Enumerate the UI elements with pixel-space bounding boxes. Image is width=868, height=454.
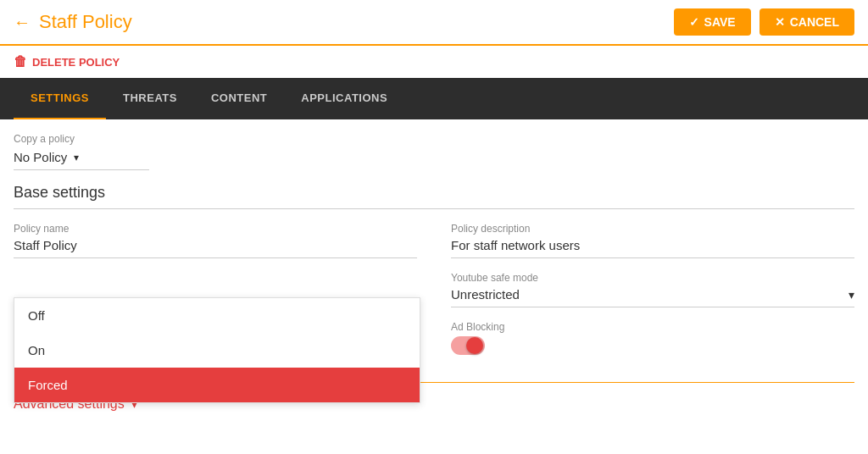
trash-icon: 🗑 (14, 54, 27, 69)
header: ← Staff Policy ✓ SAVE ✕ CANCEL (0, 0, 868, 46)
policy-name-label: Policy name (14, 223, 417, 235)
copy-policy-label: Copy a policy (14, 133, 854, 145)
ad-blocking-toggle[interactable] (451, 336, 485, 355)
header-buttons: ✓ SAVE ✕ CANCEL (674, 8, 854, 36)
copy-policy-select[interactable]: No Policy ▾ (14, 150, 149, 170)
ad-blocking-label: Ad Blocking (451, 321, 854, 333)
main-content: Copy a policy No Policy ▾ Base settings … (0, 119, 868, 425)
delete-policy-button[interactable]: 🗑 DELETE POLICY (14, 54, 120, 69)
policy-description-value: For staff network users (451, 238, 854, 258)
youtube-safe-mode-value: Unrestricted (451, 287, 520, 302)
tab-threats[interactable]: THREATS (106, 78, 194, 119)
base-settings-heading: Base settings (14, 184, 854, 202)
check-icon: ✓ (689, 15, 699, 29)
back-icon[interactable]: ← (14, 13, 31, 32)
toggle-track (451, 336, 485, 355)
save-button[interactable]: ✓ SAVE (674, 8, 751, 36)
page-title: Staff Policy (39, 11, 132, 33)
tab-content[interactable]: CONTENT (194, 78, 284, 119)
x-icon: ✕ (775, 15, 785, 29)
copy-policy-section: Copy a policy No Policy ▾ (14, 133, 854, 170)
cancel-label: CANCEL (790, 15, 839, 29)
chevron-down-icon: ▾ (74, 152, 79, 163)
dropdown-item-off[interactable]: Off (14, 298, 420, 333)
save-label: SAVE (704, 15, 736, 29)
delete-policy-row: 🗑 DELETE POLICY (0, 46, 868, 78)
dropdown-item-forced[interactable]: Forced (14, 368, 420, 402)
cancel-button[interactable]: ✕ CANCEL (760, 8, 854, 36)
dropdown-menu: Off On Forced (14, 297, 420, 403)
youtube-chevron-down-icon: ▾ (849, 288, 854, 302)
header-left: ← Staff Policy (14, 11, 132, 33)
copy-policy-value: No Policy (14, 150, 67, 164)
base-settings-columns: Policy name Staff Policy Off On Forced P… (14, 223, 854, 368)
youtube-safe-mode-label: Youtube safe mode (451, 272, 854, 284)
tab-applications[interactable]: APPLICATIONS (284, 78, 404, 119)
youtube-safe-mode-select[interactable]: Unrestricted ▾ (451, 287, 854, 307)
delete-policy-label: DELETE POLICY (32, 56, 120, 69)
ad-blocking-toggle-row (451, 336, 854, 355)
section-divider (14, 208, 854, 209)
col-left: Policy name Staff Policy Off On Forced (14, 223, 417, 368)
tab-settings[interactable]: SETTINGS (14, 78, 106, 119)
col-right: Policy description For staff network use… (451, 223, 854, 368)
policy-name-value: Staff Policy (14, 238, 417, 258)
tabs-bar: SETTINGS THREATS CONTENT APPLICATIONS (0, 78, 868, 119)
policy-description-label: Policy description (451, 223, 854, 235)
dropdown-item-on[interactable]: On (14, 333, 420, 368)
toggle-thumb (466, 337, 483, 354)
